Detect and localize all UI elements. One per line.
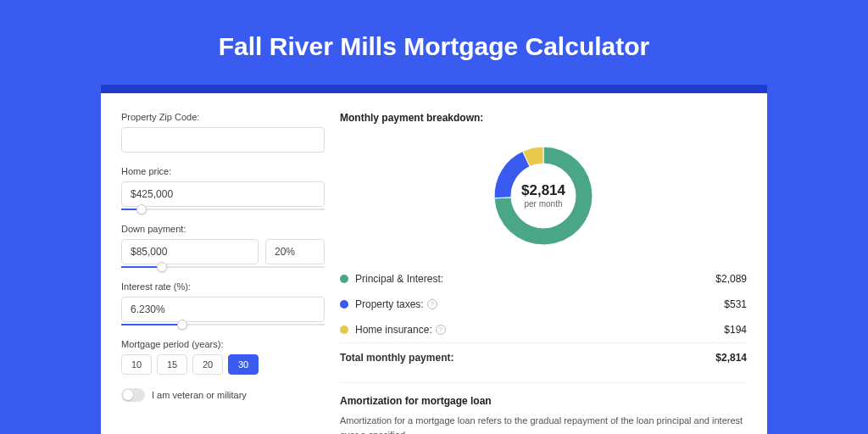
donut-center-sub: per month [524, 199, 562, 209]
period-button-30[interactable]: 30 [228, 354, 259, 375]
home-price-input[interactable] [121, 181, 325, 207]
interest-slider[interactable] [121, 324, 325, 326]
donut-chart-wrap: $2,814per month [340, 132, 747, 259]
interest-label: Interest rate (%): [121, 281, 325, 292]
card-shadow-bar: Property Zip Code: Home price: Down paym… [101, 85, 767, 434]
down-payment-label: Down payment: [121, 224, 325, 234]
legend-taxes-value: $531 [724, 298, 747, 310]
veteran-toggle[interactable] [121, 388, 145, 402]
veteran-row: I am veteran or military [121, 388, 325, 402]
legend-row-principal: Principal & Interest: $2,089 [340, 266, 747, 292]
interest-field: Interest rate (%): [121, 281, 325, 326]
inputs-panel: Property Zip Code: Home price: Down paym… [121, 112, 325, 434]
legend-row-taxes: Property taxes: ? $531 [340, 292, 747, 317]
amortization-heading: Amortization for mortgage loan [340, 382, 747, 407]
period-button-20[interactable]: 20 [192, 354, 223, 375]
home-price-field: Home price: [121, 166, 325, 210]
zip-field: Property Zip Code: [121, 112, 325, 153]
legend-principal-value: $2,089 [715, 273, 747, 285]
legend-taxes-label: Property taxes: ? [355, 298, 437, 310]
down-payment-slider[interactable] [121, 266, 325, 268]
down-payment-pct-input[interactable] [265, 239, 325, 264]
legend-row-total: Total monthly payment: $2,814 [340, 342, 747, 370]
legend-principal-label: Principal & Interest: [355, 273, 443, 285]
donut-chart: $2,814per month [488, 141, 598, 251]
home-price-label: Home price: [121, 166, 325, 176]
period-buttons: 10152030 [121, 354, 325, 375]
period-button-10[interactable]: 10 [121, 354, 152, 375]
info-icon[interactable]: ? [436, 325, 446, 335]
down-payment-input[interactable] [121, 239, 259, 264]
dot-icon [340, 300, 348, 309]
calculator-card: Property Zip Code: Home price: Down paym… [101, 93, 767, 434]
legend-insurance-value: $194 [724, 324, 747, 336]
period-button-15[interactable]: 15 [157, 354, 187, 375]
period-field: Mortgage period (years): 10152030 [121, 339, 325, 375]
info-icon[interactable]: ? [427, 299, 437, 309]
zip-input[interactable] [121, 127, 325, 153]
dot-icon [340, 326, 348, 334]
breakdown-heading: Monthly payment breakdown: [340, 112, 747, 124]
veteran-label: I am veteran or military [152, 390, 247, 400]
down-payment-field: Down payment: [121, 224, 325, 268]
total-label: Total monthly payment: [340, 352, 453, 364]
results-panel: Monthly payment breakdown: $2,814per mon… [340, 112, 747, 434]
home-price-slider[interactable] [121, 209, 325, 210]
legend-row-insurance: Home insurance: ? $194 [340, 317, 747, 342]
amortization-text: Amortization for a mortgage loan refers … [340, 414, 747, 434]
legend: Principal & Interest: $2,089 Property ta… [340, 266, 747, 370]
zip-label: Property Zip Code: [121, 112, 325, 122]
period-label: Mortgage period (years): [121, 339, 325, 349]
dot-icon [340, 275, 348, 283]
donut-center-amount: $2,814 [521, 182, 566, 198]
page-title: Fall River Mills Mortgage Calculator [219, 32, 649, 61]
legend-insurance-label: Home insurance: ? [355, 324, 446, 336]
interest-input[interactable] [121, 297, 325, 322]
total-value: $2,814 [715, 352, 747, 364]
